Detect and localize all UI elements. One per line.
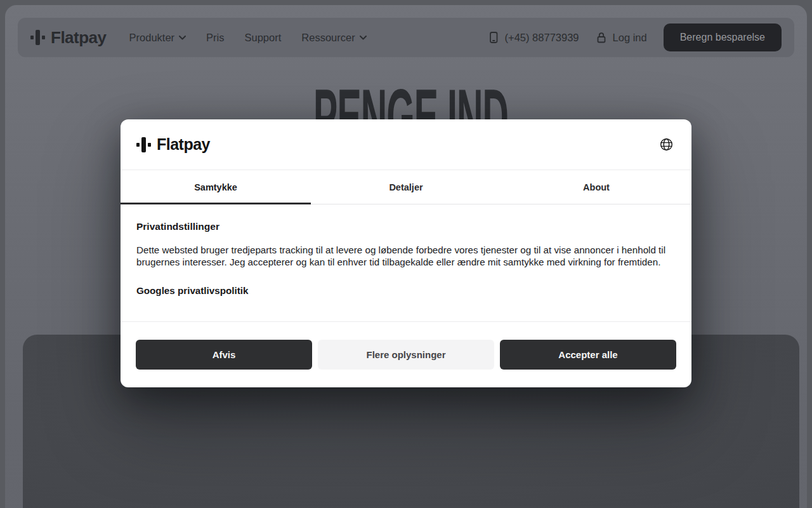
dialog-logo-text: Flatpay	[157, 135, 210, 154]
deny-button[interactable]: Afvis	[136, 340, 312, 370]
google-privacy-policy-link[interactable]: Googles privatlivspolitik	[136, 285, 248, 296]
dialog-header: Flatpay	[121, 119, 691, 170]
accept-all-button[interactable]: Accepter alle	[500, 340, 676, 370]
dialog-tabs: Samtykke Detaljer About	[121, 170, 691, 204]
flatpay-logo-icon	[136, 137, 151, 152]
tab-about[interactable]: About	[501, 170, 691, 204]
language-selector-button[interactable]	[657, 135, 676, 154]
privacy-settings-title: Privatindstillinger	[136, 221, 676, 232]
dialog-footer: Afvis Flere oplysninger Accepter alle	[121, 321, 691, 387]
tab-samtykke[interactable]: Samtykke	[121, 170, 311, 204]
tab-detaljer[interactable]: Detaljer	[311, 170, 501, 204]
more-information-button[interactable]: Flere oplysninger	[318, 340, 494, 370]
cookie-consent-dialog: Flatpay Samtykke Detaljer About Privatin…	[121, 119, 691, 387]
consent-description: Dette websted bruger tredjeparts trackin…	[136, 244, 676, 268]
dialog-logo: Flatpay	[136, 135, 210, 154]
globe-icon	[659, 137, 674, 152]
dialog-body: Privatindstillinger Dette websted bruger…	[121, 204, 691, 321]
